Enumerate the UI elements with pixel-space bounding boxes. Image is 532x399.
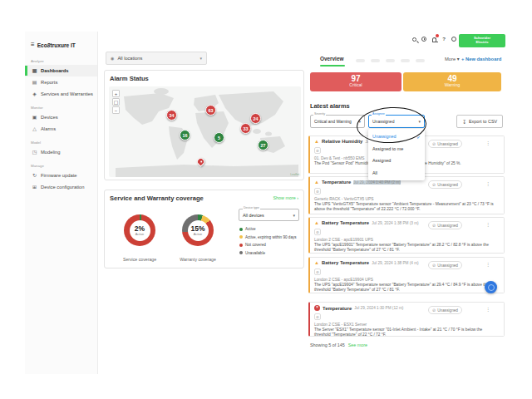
map-marker-cluster[interactable]: 63 [205,105,216,116]
sidebar-item-device-configuration[interactable]: ⊞ Device configuration [25,181,97,193]
location-pin-icon: ◉ [111,56,114,61]
map-layers-button[interactable]: ▢ [112,98,120,106]
kebab-menu-icon[interactable]: ⋮ [485,261,490,267]
kebab-menu-icon[interactable]: ⋮ [485,140,490,145]
device-type-label: Device type [243,206,260,209]
warranty-coverage-sub: Active [194,233,202,236]
mute-chip[interactable]: ⊘ [314,188,321,195]
new-dashboard-button[interactable]: + New dashboard [461,57,501,62]
alarm-timestamp: Jul 29, 2024 1:38 PM (4 m) [372,261,419,265]
assignee-chip[interactable]: ⊘Unassigned [428,180,462,189]
map-marker-cluster[interactable]: 33 [240,123,251,134]
kebab-menu-icon[interactable]: ⋮ [485,306,490,312]
history-icon[interactable] [421,36,427,42]
sidebar-item-dashboards[interactable]: ▦ Dashboards [25,65,97,76]
map-zoom-out-button[interactable]: − [112,106,120,114]
coverage-title: Service and Warranty coverage [110,195,204,202]
critical-count-card[interactable]: 97 Critical [310,72,401,91]
menu-option-all[interactable]: All [368,167,425,180]
map-marker-cluster[interactable]: 34 [166,110,177,121]
assignee-chip[interactable]: ⊘Unassigned [428,306,462,314]
show-more-link[interactable]: Show more › [273,195,298,200]
chevron-down-icon: ▾ [200,56,202,61]
warranty-coverage-label: Warranty coverage [169,257,227,262]
search-icon[interactable] [411,36,417,42]
map-attribution[interactable]: Leaflet [290,173,299,176]
tab-overview[interactable]: Overview [320,56,343,62]
help-floating-button[interactable] [485,281,497,293]
mute-chip[interactable]: ⊘ [314,147,321,154]
severity-filter-select[interactable]: Critical and Warning ▾ [310,115,365,128]
schneider-electric-logo[interactable]: Schneider Electric [459,34,505,47]
alarm-card[interactable]: × Temperature Jul 29, 2024 1:30 PM (12 m… [308,302,505,337]
map-marker-cluster[interactable]: 24 [250,113,261,124]
map-marker-cluster[interactable]: 27 [258,140,268,150]
notifications-icon[interactable] [431,36,437,42]
alarm-location: London 2 CSE - apcE19904 UPS [314,278,373,282]
alarm-timestamp: Jul 29, 2024 1:30 PM (12 m) [354,306,403,310]
hamburger-menu-icon[interactable]: ≡ [31,42,35,48]
warning-count-card[interactable]: 49 Warning [403,72,501,91]
help-icon[interactable]: ? [441,36,447,42]
settings-icon[interactable] [451,36,457,42]
assignee-filter-label: Assignee [372,112,386,116]
device-type-select[interactable]: All devices ▾ [239,209,299,221]
kebab-menu-icon[interactable]: ⋮ [485,221,490,227]
critical-label: Critical [310,82,401,87]
sidebar-item-label: Firmware update [41,173,77,178]
export-csv-button[interactable]: ↧ Export to CSV [456,115,503,128]
device-type-value: All devices [243,213,264,218]
location-filter-dropdown[interactable]: ◉ All locations ▾ [106,52,207,65]
assignee-chip[interactable]: ⊘Unassigned [428,261,462,269]
devices-icon: ▣ [32,115,37,120]
unassigned-icon: ⊘ [432,182,436,187]
map-marker-cluster[interactable]: 5 [214,132,224,143]
alarm-location: 01. Dev & Test - nb550 EMS [314,156,364,160]
map-zoom-in-button[interactable]: + [112,90,120,97]
legend-item: Active [239,227,297,231]
sidebar-item-label: Alarms [41,126,56,131]
see-more-link[interactable]: See more [348,342,367,347]
severity-icon: ▲ [314,260,319,265]
severity-icon: ▲ [314,220,319,225]
alarm-card[interactable]: ▲ Battery Temperature Jul 29, 2024 1:38 … [308,217,505,254]
mute-chip[interactable]: ⊘ [314,313,321,320]
assignee-filter-select[interactable]: Unassigned ▾ [368,115,425,128]
menu-option-assigned-to-me[interactable]: Assigned to me [368,143,425,155]
sidebar-item-reports[interactable]: ▤ Reports [25,76,97,88]
sidebar-item-firmware-update[interactable]: ↻ Firmware update [25,170,97,181]
severity-icon: × [314,305,320,311]
sidebar-item-label: Modeling [41,150,61,155]
ecostruxure-logo: Eco8truxure IT [37,42,76,48]
alarm-location: Generic RACK - VertivGTX5 UPS [314,197,373,201]
assignee-chip[interactable]: ⊘Unassigned [428,140,462,148]
alarm-title: Temperature [323,306,352,311]
legend-dot-not-covered [239,244,243,247]
menu-option-unassigned[interactable]: Unassigned ✓ [368,131,425,143]
sidebar-item-label: Device configuration [41,185,85,190]
sidebar-item-modeling[interactable]: ◳ Modeling [25,146,97,158]
alarm-card[interactable]: ▲ Battery Temperature Jul 29, 2024 1:38 … [308,257,505,293]
more-tabs-dropdown[interactable]: More ▾ [445,57,460,62]
mute-chip[interactable]: ⊘ [314,268,321,275]
kebab-menu-icon[interactable]: ⋮ [485,180,490,186]
main-area: ? Schneider Electric ◉ All locations ▾ A… [98,32,507,374]
unassigned-icon: ⊘ [432,141,436,146]
sidebar-item-alarms[interactable]: △ Alarms [25,123,97,135]
sidebar-item-services-warranties[interactable]: ◈ Services and Warranties [25,88,97,100]
world-map[interactable]: + ▢ − 34 63 24 33 16 5 27 Leaflet [109,86,301,177]
legend-item: Unavailable [239,251,297,255]
legend-item: Active, expiring within 90 days [239,235,297,239]
sidebar-item-label: Dashboards [41,68,69,73]
check-icon: ✓ [416,134,421,140]
download-icon: ↧ [462,119,466,125]
menu-option-assigned[interactable]: Assigned [368,155,425,167]
mute-chip[interactable]: ⊘ [314,229,321,235]
map-marker-cluster[interactable]: 16 [180,130,190,140]
sidebar-item-devices[interactable]: ▣ Devices [25,111,97,123]
service-coverage-sub: Active [135,233,144,236]
dashboards-icon: ▦ [32,68,37,73]
sidebar-item-label: Services and Warranties [41,91,93,96]
alarm-card[interactable]: ▲ Temperature Jul 29, 2024 1:40 PM (2 m)… [308,176,505,214]
assignee-chip[interactable]: ⊘Unassigned [428,221,462,229]
